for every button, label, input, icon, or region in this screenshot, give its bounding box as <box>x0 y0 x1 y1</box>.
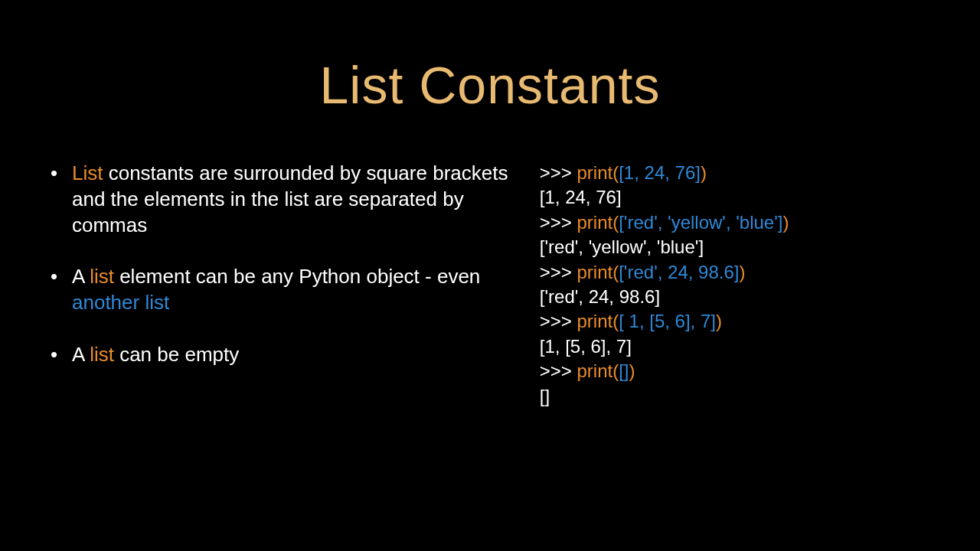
bullet-text: constants are surrounded by square brack… <box>72 161 508 236</box>
code-output: [1, [5, 6], 7] <box>540 334 934 359</box>
bullet-text: A <box>72 343 90 366</box>
code-line: >>> print([1, 24, 76]) <box>540 161 934 185</box>
code-arg: [] <box>619 360 629 381</box>
code-line: >>> print(['red', 'yellow', 'blue']) <box>540 210 934 235</box>
code-call: print( <box>577 262 619 282</box>
code-prompt: >>> <box>540 212 577 233</box>
bullet-text: can be empty <box>114 343 239 366</box>
code-output: ['red', 24, 98.6] <box>540 285 934 309</box>
code-arg: [1, 24, 76] <box>619 162 701 183</box>
code-call: ) <box>701 162 707 183</box>
code-prompt: >>> <box>540 360 577 381</box>
bullet-list: List constants are surrounded by square … <box>46 161 509 368</box>
code-call: print( <box>577 212 619 233</box>
code-line: >>> print([ 1, [5, 6], 7]) <box>540 309 934 334</box>
code-arg: [ 1, [5, 6], 7] <box>619 311 716 331</box>
code-prompt: >>> <box>540 162 577 183</box>
code-call: ) <box>739 262 745 282</box>
bullet-text: A <box>72 265 90 288</box>
code-call: print( <box>577 162 619 183</box>
code-output: ['red', 'yellow', 'blue'] <box>540 235 934 259</box>
code-prompt: >>> <box>540 311 577 331</box>
code-call: ) <box>629 360 635 381</box>
slide: List Constants List constants are surrou… <box>0 0 980 551</box>
code-output: [1, 24, 76] <box>540 185 934 210</box>
highlight-text: List <box>72 161 103 184</box>
highlight-text: list <box>90 265 114 288</box>
code-call: ) <box>716 311 722 331</box>
code-arg: ['red', 'yellow', 'blue'] <box>619 212 782 233</box>
code-call: print( <box>577 360 619 381</box>
bullet-text: element can be any Python object - even <box>114 265 480 288</box>
code-column: >>> print([1, 24, 76]) [1, 24, 76] >>> p… <box>540 161 934 409</box>
bullet-column: List constants are surrounded by square … <box>46 161 509 409</box>
code-call: print( <box>577 311 619 331</box>
bullet-item: A list element can be any Python object … <box>46 264 509 316</box>
code-prompt: >>> <box>540 262 577 282</box>
highlight-text: list <box>90 343 114 366</box>
bullet-item: List constants are surrounded by square … <box>46 161 509 238</box>
slide-title: List Constants <box>0 0 980 115</box>
code-output: [] <box>540 384 934 409</box>
bullet-item: A list can be empty <box>46 342 509 368</box>
code-arg: ['red', 24, 98.6] <box>619 262 739 282</box>
code-call: ) <box>782 212 789 233</box>
code-line: >>> print(['red', 24, 98.6]) <box>540 260 934 285</box>
slide-body: List constants are surrounded by square … <box>0 115 980 409</box>
code-line: >>> print([]) <box>540 359 934 383</box>
highlight-text: another list <box>72 291 169 314</box>
